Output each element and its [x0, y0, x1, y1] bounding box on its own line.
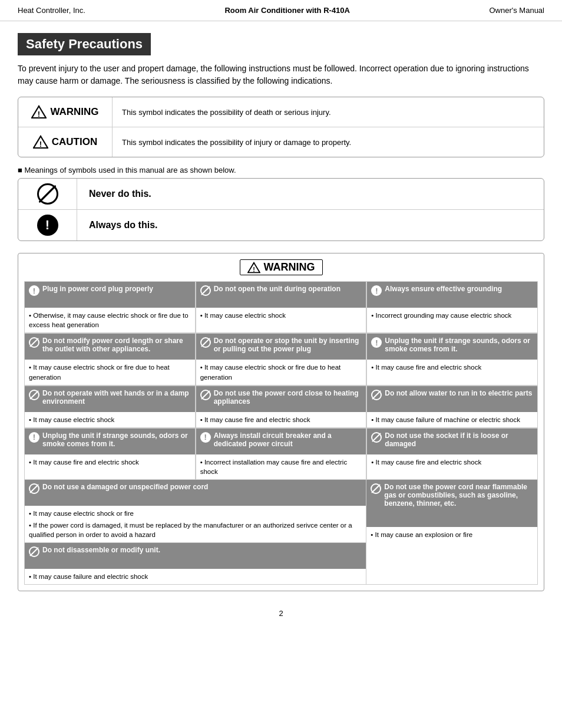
warn-body-no-operate-stop: It may cause electric shock or fire due …	[196, 360, 366, 384]
warn-title-circuit-breaker: Always install circuit breaker and a ded…	[214, 431, 362, 448]
warn-title-no-water: Do not allow water to run in to electric…	[385, 389, 533, 397]
caution-symbol-cell: ! CAUTION	[18, 127, 113, 157]
warning-section-header: ! WARNING	[24, 259, 538, 275]
meanings-table: Never do this. ! Always do this.	[18, 178, 544, 241]
warn-header-no-loose-socket: Do not use the socket if it is loose or …	[367, 429, 537, 454]
warn-body-no-flammable: It may cause an explosion or fire	[366, 527, 537, 542]
never-icon-no-open	[200, 285, 211, 296]
page-footer: 2	[0, 603, 562, 624]
warn-cell-no-water: Do not allow water to run in to electric…	[366, 386, 538, 428]
section-title: Safety Precautions	[18, 33, 151, 55]
caution-triangle-icon: !	[33, 135, 48, 149]
warn-body-no-loose-socket: It may cause fire and electric shock	[367, 454, 537, 470]
page-content: Safety Precautions To prevent injury to …	[0, 21, 562, 603]
never-row: Never do this.	[18, 179, 544, 210]
never-icon-no-damaged-cord	[29, 483, 39, 494]
warn-cell-no-flammable: Do not use the power cord near flammable…	[366, 480, 537, 584]
warn-title-no-open: Do not open the unit during operation	[214, 285, 362, 293]
warn-header-no-water: Do not allow water to run in to electric…	[367, 386, 537, 412]
warning-triangle-icon: !	[31, 105, 47, 119]
header-center: Room Air Conditioner with R-410A	[224, 6, 350, 15]
warn-header-no-damaged-cord: Do not use a damaged or unspecified powe…	[25, 480, 366, 506]
caution-desc: This symbol indicates the possibility of…	[113, 133, 544, 151]
warn-title-no-loose-socket: Do not use the socket if it is loose or …	[385, 431, 533, 448]
warn-title-no-wet: Do not operate with wet hands or in a da…	[42, 389, 191, 406]
warning-section-triangle: !	[247, 261, 260, 274]
intro-text: To prevent injury to the user and proper…	[18, 62, 544, 87]
warn-header-grounding: ! Always ensure effective grounding	[367, 282, 537, 308]
warn-body-plug: Otherwise, it may cause electric shock o…	[25, 308, 195, 332]
warn-cell-no-modify: Do not modify power cord length or share…	[24, 333, 196, 385]
warn-body-no-wet: It may cause electric shock	[25, 412, 195, 427]
warn-title-no-disassemble: Do not disassemble or modify unit.	[42, 546, 362, 554]
warn-header-no-open: Do not open the unit during operation	[196, 282, 366, 308]
warn-title-no-cord-heat: Do not use the power cord close to heati…	[214, 389, 362, 406]
warning-desc: This symbol indicates the possibility of…	[113, 103, 544, 121]
warn-body-no-cord-heat: It may cause fire and electric shock	[196, 412, 366, 427]
warning-symbol-cell: ! WARNING	[18, 97, 113, 127]
warn-cell-circuit-breaker: ! Always install circuit breaker and a d…	[196, 428, 367, 480]
never-label: Never do this.	[77, 184, 163, 204]
svg-text:!: !	[253, 266, 255, 273]
warn-body-circuit-breaker: Incorrect installation may cause fire an…	[196, 454, 366, 479]
warn-body-no-disassemble: It may cause failure and electric shock	[25, 569, 366, 584]
warn-header-circuit-breaker: ! Always install circuit breaker and a d…	[196, 429, 366, 454]
warn-header-plug: ! Plug in power cord plug properly	[25, 282, 195, 308]
warn-title-grounding: Always ensure effective grounding	[385, 285, 533, 293]
warning-label: WARNING	[50, 106, 98, 118]
warning-header-box: ! WARNING	[240, 259, 323, 275]
caution-label: CAUTION	[52, 136, 97, 148]
meanings-header: Meanings of symbols used in this manual …	[18, 166, 544, 174]
caution-row: ! CAUTION This symbol indicates the poss…	[18, 127, 544, 157]
warn-title-plug: Plug in power cord plug properly	[42, 285, 191, 293]
never-icon-no-water	[371, 390, 382, 400]
warn-cell-unplug-sounds: ! Unplug the unit if strange sounds, odo…	[366, 333, 538, 385]
never-icon-no-operate-stop	[200, 337, 211, 348]
warn-header-no-modify: Do not modify power cord length or share…	[25, 334, 195, 360]
header-right: Owner's Manual	[489, 6, 544, 15]
symbol-table: ! WARNING This symbol indicates the poss…	[18, 97, 544, 157]
warn-body-unplug-sounds: It may cause fire and electric shock	[367, 360, 537, 375]
never-icon-no-disassemble	[29, 546, 39, 557]
svg-text:!: !	[38, 110, 40, 118]
always-icon-grounding: !	[371, 285, 382, 296]
warning-section-title: WARNING	[264, 261, 315, 274]
warning-grid: ! Plug in power cord plug properly Other…	[24, 281, 538, 480]
warn-header-no-cord-heat: Do not use the power cord close to heati…	[196, 386, 366, 412]
warn-cell-no-wet: Do not operate with wet hands or in a da…	[24, 386, 196, 428]
warn-header-no-disassemble: Do not disassemble or modify unit.	[25, 543, 366, 569]
warn-cell-no-damaged-cord: Do not use a damaged or unspecified powe…	[25, 480, 366, 543]
warn-title-no-flammable: Do not use the power cord near flammable…	[384, 483, 533, 508]
warning-row: ! WARNING This symbol indicates the poss…	[18, 97, 544, 127]
warn-body-unplug-smoke: It may cause fire and electric shock	[25, 454, 195, 470]
always-icon-cell: !	[18, 210, 77, 241]
never-icon-no-modify	[29, 337, 39, 348]
warn-header-no-flammable: Do not use the power cord near flammable…	[366, 480, 537, 527]
bottom-left-stack: Do not use a damaged or unspecified powe…	[25, 480, 366, 584]
warn-body-grounding: Incorrect grounding may cause electric s…	[367, 308, 537, 323]
warn-title-unplug-smoke: Unplug the unit if strange sounds, odors…	[42, 431, 191, 448]
never-icon-no-cord-heat	[200, 390, 211, 400]
warn-cell-no-loose-socket: Do not use the socket if it is loose or …	[366, 428, 538, 480]
bottom-area: Do not use a damaged or unspecified powe…	[24, 480, 538, 585]
warn-header-unplug-sounds: ! Unplug the unit if strange sounds, odo…	[367, 334, 537, 360]
warn-title-no-operate-stop: Do not operate or stop the unit by inser…	[214, 337, 362, 353]
always-row: ! Always do this.	[18, 210, 544, 241]
always-icon-circuit-breaker: !	[200, 432, 211, 443]
never-icon-no-flammable	[371, 483, 381, 494]
warning-section: ! WARNING ! Plug in power cord plug prop…	[18, 253, 544, 591]
warn-title-no-modify: Do not modify power cord length or share…	[42, 337, 191, 353]
page-header: Heat Controller, Inc. Room Air Condition…	[0, 0, 562, 21]
warn-title-no-damaged-cord: Do not use a damaged or unspecified powe…	[42, 483, 362, 491]
page-number: 2	[279, 609, 283, 618]
never-icon	[37, 183, 58, 205]
always-icon: !	[37, 215, 58, 236]
warn-cell-no-cord-heat: Do not use the power cord close to heati…	[196, 386, 367, 428]
warn-body-no-modify: It may cause electric shock or fire due …	[25, 360, 195, 384]
warn-cell-no-open: Do not open the unit during operation It…	[196, 281, 367, 333]
warn-title-unplug-sounds: Unplug the unit if strange sounds, odors…	[385, 337, 533, 353]
warn-header-no-wet: Do not operate with wet hands or in a da…	[25, 386, 195, 412]
warn-cell-no-disassemble: Do not disassemble or modify unit. It ma…	[25, 543, 366, 584]
warn-cell-no-operate-stop: Do not operate or stop the unit by inser…	[196, 333, 367, 385]
warn-body-no-water: It may cause failure of machine or elect…	[367, 412, 537, 427]
